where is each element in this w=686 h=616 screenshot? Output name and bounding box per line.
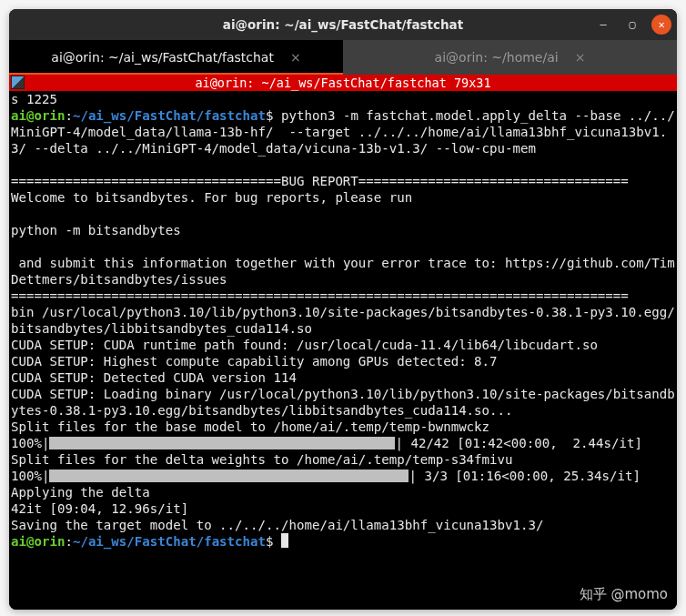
close-button[interactable]: ✕ xyxy=(651,15,671,35)
output-line: CUDA SETUP: CUDA runtime path found: /us… xyxy=(11,338,598,352)
progress-prefix: 100%| xyxy=(11,469,49,483)
close-icon[interactable]: × xyxy=(575,50,586,65)
progress-suffix: | 42/42 [01:42<00:00, 2.44s/it] xyxy=(395,436,642,450)
prompt-path: ~/ai_ws/FastChat/fastchat xyxy=(73,108,266,123)
output-line: bin /usr/local/python3.10/lib/python3.10… xyxy=(11,305,675,336)
output-line: Welcome to bitsandbytes. For bug reports… xyxy=(11,190,412,205)
output-line: CUDA SETUP: Detected CUDA version 114 xyxy=(11,370,297,385)
prompt-colon: : xyxy=(65,108,73,123)
minimize-button[interactable]: — xyxy=(593,15,613,35)
cursor xyxy=(281,533,288,548)
system-icon xyxy=(11,76,25,89)
progress-prefix: 100%| xyxy=(11,436,49,450)
progress-bar xyxy=(49,437,395,449)
output-line: python -m bitsandbytes xyxy=(11,223,181,237)
window-controls: — ▢ ✕ xyxy=(593,15,671,35)
maximize-button[interactable]: ▢ xyxy=(622,15,642,35)
tab-fastchat[interactable]: ai@orin: ~/ai_ws/FastChat/fastchat × xyxy=(9,40,343,75)
output-line: Split files for the base model to /home/… xyxy=(11,419,489,434)
tab-label: ai@orin: ~/home/ai xyxy=(435,50,559,65)
prompt-colon: : xyxy=(65,534,73,549)
titlebar: ai@orin: ~/ai_ws/FastChat/fastchat — ▢ ✕ xyxy=(9,9,677,40)
output-line: and submit this information together wit… xyxy=(11,256,675,287)
prompt-path: ~/ai_ws/FastChat/fastchat xyxy=(73,534,266,549)
output-line: ===================================BUG R… xyxy=(11,174,629,188)
prompt-sigil: $ xyxy=(266,534,281,549)
output-line: Saving the target model to ../../../home… xyxy=(11,518,543,532)
terminal-window: ai@orin: ~/ai_ws/FastChat/fastchat — ▢ ✕… xyxy=(9,9,677,610)
window-title: ai@orin: ~/ai_ws/FastChat/fastchat xyxy=(223,17,463,32)
tab-label: ai@orin: ~/ai_ws/FastChat/fastchat xyxy=(51,50,274,65)
output-line: CUDA SETUP: Loading binary /usr/local/py… xyxy=(11,387,675,418)
progress-bar xyxy=(49,470,409,482)
terminal-header-strip: ai@orin: ~/ai_ws/FastChat/fastchat 79x31 xyxy=(9,75,677,91)
close-icon[interactable]: × xyxy=(290,50,301,65)
terminal-output[interactable]: s 1225 ai@orin:~/ai_ws/FastChat/fastchat… xyxy=(9,91,677,610)
output-line: 42it [09:04, 12.96s/it] xyxy=(11,501,188,516)
output-line: Applying the delta xyxy=(11,485,150,500)
prompt-userhost: ai@orin xyxy=(11,534,65,549)
strip-text: ai@orin: ~/ai_ws/FastChat/fastchat 79x31 xyxy=(195,76,490,90)
progress-suffix: | 3/3 [01:16<00:00, 25.34s/it] xyxy=(409,469,641,483)
tab-bar: ai@orin: ~/ai_ws/FastChat/fastchat × ai@… xyxy=(9,40,677,75)
prompt-userhost: ai@orin xyxy=(11,108,65,123)
watermark: 知乎 @momo xyxy=(580,586,668,602)
tab-home[interactable]: ai@orin: ~/home/ai × xyxy=(343,40,677,75)
output-line: ========================================… xyxy=(11,288,629,303)
output-line: CUDA SETUP: Highest compute capability a… xyxy=(11,354,498,369)
output-line: Split files for the delta weights to /ho… xyxy=(11,452,513,467)
output-line: s 1225 xyxy=(11,92,57,106)
prompt-sigil: $ xyxy=(266,108,281,123)
